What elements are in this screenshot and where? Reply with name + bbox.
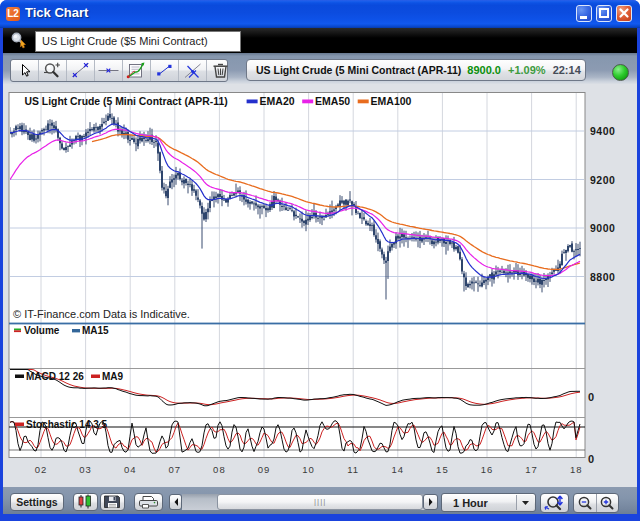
svg-text:Volume: Volume xyxy=(24,325,60,336)
svg-text:03: 03 xyxy=(79,464,92,475)
svg-text:EMA20: EMA20 xyxy=(260,95,295,107)
svg-text:0: 0 xyxy=(588,453,594,465)
svg-text:11: 11 xyxy=(347,464,359,475)
svg-text:9000: 9000 xyxy=(590,222,615,234)
svg-text:EMA100: EMA100 xyxy=(371,95,412,107)
svg-text:16: 16 xyxy=(481,464,494,475)
svg-text:09: 09 xyxy=(258,464,271,475)
svg-text:9400: 9400 xyxy=(590,125,615,137)
svg-text:MACD 12 26: MACD 12 26 xyxy=(26,371,84,382)
svg-text:Stochastic 14 3 5: Stochastic 14 3 5 xyxy=(26,419,108,430)
svg-text:8800: 8800 xyxy=(590,271,615,283)
svg-text:08: 08 xyxy=(213,464,226,475)
svg-text:17: 17 xyxy=(525,464,538,475)
svg-text:07: 07 xyxy=(169,464,182,475)
svg-text:MA9: MA9 xyxy=(102,371,124,382)
svg-text:9200: 9200 xyxy=(590,174,615,186)
svg-text:0: 0 xyxy=(588,391,594,403)
svg-text:MA15: MA15 xyxy=(82,325,109,336)
svg-text:02: 02 xyxy=(35,464,48,475)
svg-text:US Light Crude (5 Mini Contrac: US Light Crude (5 Mini Contract (APR-11) xyxy=(25,96,228,107)
svg-text:15: 15 xyxy=(436,464,449,475)
svg-text:14: 14 xyxy=(392,464,405,475)
svg-text:EMA50: EMA50 xyxy=(315,95,350,107)
svg-text:10: 10 xyxy=(302,464,315,475)
svg-text:04: 04 xyxy=(124,464,137,475)
svg-text:© IT-Finance.com Data is Indic: © IT-Finance.com Data is Indicative. xyxy=(13,308,190,320)
svg-text:18: 18 xyxy=(570,464,583,475)
